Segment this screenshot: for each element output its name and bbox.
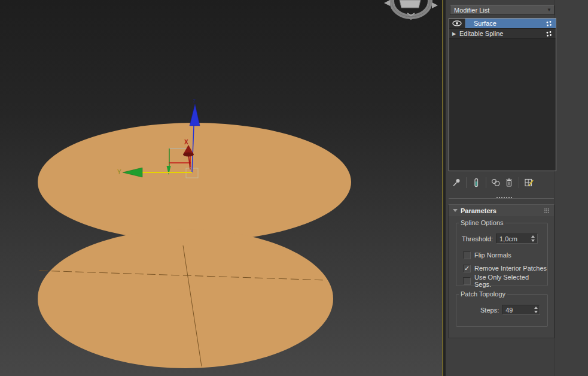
- checkbox-label: Use Only Selected Segs.: [474, 274, 547, 288]
- flip-normals-checkbox-row[interactable]: Flip Normals: [463, 251, 511, 259]
- steps-spinner[interactable]: 49: [502, 305, 540, 315]
- remove-modifier-button[interactable]: [502, 177, 516, 189]
- gizmo-x-label: X: [184, 139, 188, 145]
- stack-row-editable-spline[interactable]: ▶ Editable Spline: [449, 29, 556, 39]
- pin-stack-button[interactable]: [450, 177, 463, 189]
- modifier-list-dropdown[interactable]: Modifier List ▼: [450, 5, 555, 15]
- threshold-value[interactable]: 1,0cm: [496, 234, 529, 243]
- viewcube[interactable]: [384, 0, 438, 19]
- spinner-arrows-icon[interactable]: [529, 234, 537, 243]
- toolbar-separator: [519, 177, 519, 188]
- checkbox-label: Remove Interior Patches: [474, 265, 547, 272]
- checkbox[interactable]: ✓: [463, 265, 471, 272]
- checkbox[interactable]: [463, 277, 471, 285]
- chevron-down-icon[interactable]: ▼: [544, 7, 554, 13]
- threshold-spinner[interactable]: 1,0cm: [496, 234, 538, 244]
- panel-separator: [449, 198, 554, 200]
- parameters-rollout: Parameters Spline Options Threshold: 1,0…: [448, 204, 555, 338]
- visibility-toggle[interactable]: [449, 19, 465, 28]
- group-title: Patch Topology: [459, 290, 507, 298]
- gizmo-z-label: z: [193, 98, 196, 104]
- steps-value[interactable]: 49: [502, 305, 532, 314]
- spline-options-group: Spline Options Threshold: 1,0cm Flip Nor…: [456, 219, 548, 286]
- modifier-list-label: Modifier List: [450, 7, 544, 14]
- gizmo-y-label: Y: [117, 169, 121, 175]
- expand-arrow-icon[interactable]: ▶: [449, 29, 459, 38]
- test-tube-icon: [471, 178, 481, 187]
- modifier-name: Editable Spline: [459, 29, 542, 38]
- drag-grip[interactable]: [496, 197, 512, 198]
- parameters-rollout-header[interactable]: Parameters: [449, 205, 554, 216]
- scene-canvas: z Y X: [0, 0, 443, 376]
- perspective-viewport[interactable]: z Y X: [0, 0, 443, 376]
- 3dsmax-window: z Y X: [0, 0, 588, 376]
- configure-modifier-sets-button[interactable]: [522, 177, 535, 189]
- toolbar-separator: [466, 177, 467, 188]
- threshold-label: Threshold:: [462, 235, 493, 242]
- rollout-open-icon: [453, 209, 458, 212]
- spinner-arrows-icon[interactable]: [532, 305, 540, 314]
- modifier-set-icon: [546, 20, 552, 27]
- command-panel-modify: Modifier List ▼ Surface: [446, 0, 588, 376]
- configure-sets-icon: [524, 178, 534, 187]
- steps-label: Steps:: [480, 307, 499, 314]
- viewcube-arrow-right[interactable]: [432, 2, 438, 8]
- checkbox[interactable]: [463, 251, 471, 259]
- modifier-stack[interactable]: Surface ▶ Editable Spline: [449, 18, 556, 171]
- make-unique-icon: [490, 178, 501, 187]
- checkbox-label: Flip Normals: [474, 251, 511, 259]
- rollout-title: Parameters: [461, 207, 544, 214]
- pin-icon: [452, 178, 461, 187]
- toolbar-separator: [486, 177, 486, 188]
- use-only-selected-segs-checkbox-row[interactable]: Use Only Selected Segs.: [463, 277, 547, 285]
- eye-icon: [452, 20, 462, 26]
- stack-row-surface[interactable]: Surface: [449, 19, 556, 29]
- remove-interior-patches-checkbox-row[interactable]: ✓ Remove Interior Patches: [463, 264, 547, 272]
- modifier-set-icon: [546, 31, 552, 37]
- trash-icon: [504, 178, 514, 187]
- stack-toolbar: [450, 175, 555, 190]
- make-unique-button[interactable]: [489, 177, 502, 189]
- modifier-name: Surface: [465, 20, 496, 27]
- patch-topology-group: Patch Topology Steps: 49: [456, 290, 548, 327]
- surface-object[interactable]: [38, 123, 351, 368]
- viewcube-face[interactable]: [400, 0, 421, 8]
- rollout-drag-icon[interactable]: [544, 208, 549, 213]
- group-title: Spline Options: [459, 219, 505, 226]
- viewcube-arrow-left[interactable]: [384, 0, 390, 6]
- show-end-result-button[interactable]: [470, 177, 483, 189]
